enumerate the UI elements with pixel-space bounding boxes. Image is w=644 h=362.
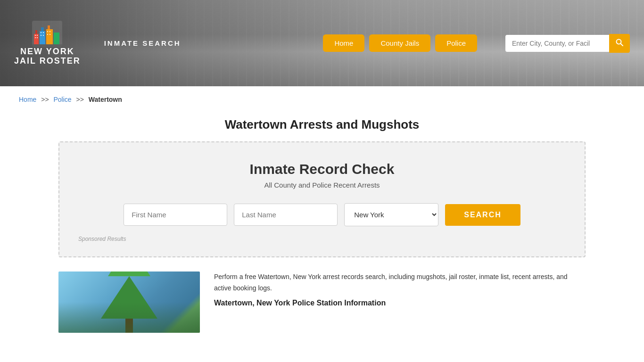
breadcrumb-sep2: >> [76,96,84,103]
state-select[interactable]: AlabamaAlaskaArizonaArkansasCaliforniaCo… [344,203,438,226]
svg-rect-9 [37,35,38,36]
site-logo[interactable]: NEW YORK JAIL ROSTER [14,21,81,66]
svg-rect-10 [35,37,36,38]
search-section-subtitle: All County and Police Recent Arrests [78,181,566,189]
header-search-input[interactable] [505,35,609,52]
logo-text-line1: NEW YORK [20,47,74,57]
svg-rect-14 [41,35,41,36]
sponsored-label: Sponsored Results [78,236,566,242]
header-search-button[interactable] [609,34,630,53]
search-fields: AlabamaAlaskaArizonaArkansasCaliforniaCo… [78,203,566,226]
breadcrumb: Home >> Police >> Watertown [0,86,644,113]
search-button[interactable]: SEARCH [445,204,520,226]
main-nav: Home County Jails Police [323,34,477,52]
last-name-input[interactable] [234,204,338,226]
bottom-description: Perform a free Watertown, New York arres… [214,272,586,294]
bottom-text-area: Perform a free Watertown, New York arres… [214,272,586,307]
bottom-subheading: Watertown, New York Police Station Infor… [214,299,586,307]
svg-rect-4 [41,27,44,31]
svg-rect-19 [50,34,50,35]
svg-line-22 [621,43,623,46]
header-search [505,34,630,53]
svg-rect-6 [48,25,50,29]
breadcrumb-current: Watertown [89,96,122,103]
svg-rect-16 [47,31,48,32]
bottom-content: Perform a free Watertown, New York arres… [0,272,644,333]
page-title-area: Watertown Arrests and Mugshots [0,113,644,141]
svg-rect-1 [34,34,39,44]
svg-rect-15 [43,35,44,36]
search-icon [616,39,623,46]
svg-rect-3 [40,31,45,44]
inmate-search-section: Inmate Record Check All County and Polic… [58,141,586,257]
logo-text-line2: JAIL ROSTER [14,57,81,66]
breadcrumb-police-link[interactable]: Police [54,96,72,103]
nav-home-button[interactable]: Home [323,34,364,52]
tree-illustration [101,272,157,333]
search-section-title: Inmate Record Check [78,161,566,177]
location-image [58,272,200,333]
svg-rect-8 [35,35,36,36]
svg-rect-2 [35,30,37,34]
inmate-search-label: INMATE SEARCH [104,39,181,47]
svg-rect-11 [37,37,38,38]
nav-police-button[interactable]: Police [435,34,477,52]
first-name-input[interactable] [124,204,227,226]
site-header: NEW YORK JAIL ROSTER INMATE SEARCH Home … [0,0,644,86]
nav-county-jails-button[interactable]: County Jails [369,34,430,52]
breadcrumb-home-link[interactable]: Home [19,96,36,103]
svg-rect-7 [54,33,59,44]
logo-icon [32,21,62,47]
breadcrumb-sep1: >> [41,96,49,103]
svg-rect-18 [47,34,48,35]
svg-rect-12 [41,32,41,33]
page-title: Watertown Arrests and Mugshots [19,117,625,132]
svg-rect-17 [50,31,50,32]
svg-rect-13 [43,32,44,33]
